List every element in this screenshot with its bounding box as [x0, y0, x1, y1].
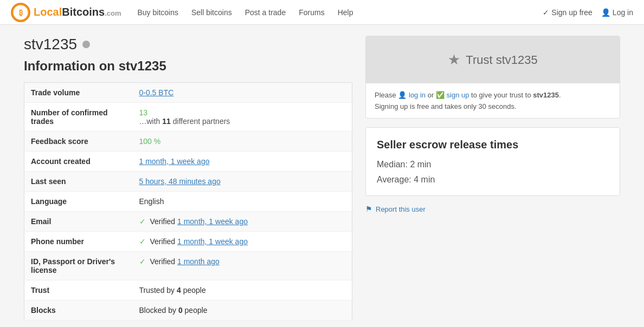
login-link-trust[interactable]: log in [409, 91, 426, 99]
language-label: Language [24, 192, 133, 212]
trade-volume-value: 0-0.5 BTC [133, 83, 352, 103]
feedback-score: 100 % [139, 137, 161, 146]
main-nav: Buy bitcoins Sell bitcoins Post a trade … [138, 8, 543, 17]
nav-help[interactable]: Help [338, 8, 353, 17]
blocks-label: Blocks [24, 300, 133, 321]
username-header: stv1235 [24, 36, 352, 53]
table-row: ID, Passport or Driver's license ✓ Verif… [24, 252, 352, 280]
escrow-title: Seller escrow release times [377, 139, 609, 151]
trust-label: Trust [24, 280, 133, 300]
free-signup-text: Signing up is free and takes only 30 sec… [375, 102, 611, 110]
id-verified: ✓ Verified 1 month ago [133, 252, 352, 280]
partners-text: …with 11 different partners [139, 117, 230, 126]
signup-check-icon: ✓ [543, 8, 549, 17]
or-text: or [428, 91, 434, 99]
trust-banner-content: ★ Trust stv1235 [377, 51, 609, 68]
report-user-label: Report this user [376, 205, 426, 213]
online-indicator [82, 41, 90, 48]
nav-forums[interactable]: Forums [299, 8, 324, 17]
phone-label: Phone number [24, 232, 133, 252]
account-created-link[interactable]: 1 month, 1 week ago [139, 157, 210, 166]
give-trust-middle: to give your trust to [471, 91, 531, 99]
report-user-link[interactable]: ⚑ Report this user [365, 205, 620, 213]
table-row: Feedback score 100 % [24, 132, 352, 152]
feedback-value: 100 % [133, 132, 352, 152]
confirmed-trades-label: Number of confirmed trades [24, 103, 133, 132]
signup-icon: ✅ [436, 91, 445, 99]
trust-value: Trusted by 4 people [133, 280, 352, 300]
table-row: Trade volume 0-0.5 BTC [24, 83, 352, 103]
nav-post-trade[interactable]: Post a trade [245, 8, 286, 17]
trade-volume-label: Trade volume [24, 83, 133, 103]
logo-text: LocalBitcoins.com [34, 6, 121, 18]
id-check-icon: ✓ [139, 257, 146, 266]
phone-date[interactable]: 1 month, 1 week ago [177, 237, 248, 246]
last-seen-label: Last seen [24, 172, 133, 192]
star-icon: ★ [448, 51, 460, 68]
feedback-label: Feedback score [24, 132, 133, 152]
blocks-value: Blocked by 0 people [133, 300, 352, 321]
signup-link[interactable]: ✓ Sign up free [543, 8, 593, 17]
escrow-median: Median: 2 min [377, 160, 609, 169]
trust-username: stv1235 [533, 91, 559, 99]
table-row: Email ✓ Verified 1 month, 1 week ago [24, 212, 352, 232]
table-row: Blocks Blocked by 0 people [24, 300, 352, 321]
flag-icon: ⚑ [365, 205, 372, 213]
main-content: stv1235 Information on stv1235 Trade vol… [13, 25, 631, 327]
login-link[interactable]: 👤 Log in [601, 8, 633, 17]
username-text: stv1235 [24, 36, 77, 53]
page-title: Information on stv1235 [24, 58, 352, 74]
signup-link-trust[interactable]: sign up [447, 91, 469, 99]
table-row: Phone number ✓ Verified 1 month, 1 week … [24, 232, 352, 252]
table-row: Last seen 5 hours, 48 minutes ago [24, 172, 352, 192]
escrow-average: Average: 4 min [377, 175, 609, 185]
trust-info: Please 👤 log in or ✅ sign up to give you… [366, 83, 620, 118]
id-label: ID, Passport or Driver's license [24, 252, 133, 280]
nav-sell-bitcoins[interactable]: Sell bitcoins [191, 8, 232, 17]
trust-banner-text: Trust stv1235 [466, 53, 537, 67]
confirmed-trades-value: 13 …with 11 different partners [133, 103, 352, 132]
logo-icon: ₿ [11, 3, 30, 22]
give-trust-prefix: Please [375, 91, 396, 99]
language-value: English [133, 192, 352, 212]
left-column: stv1235 Information on stv1235 Trade vol… [24, 36, 352, 321]
nav-buy-bitcoins[interactable]: Buy bitcoins [138, 8, 178, 17]
svg-text:₿: ₿ [19, 8, 23, 17]
email-label: Email [24, 212, 133, 232]
email-verified: ✓ Verified 1 month, 1 week ago [133, 212, 352, 232]
id-date[interactable]: 1 month ago [177, 257, 220, 266]
header: ₿ LocalBitcoins.com Buy bitcoins Sell bi… [0, 0, 644, 25]
right-column: ★ Trust stv1235 Please 👤 log in or ✅ sig… [365, 36, 620, 321]
user-icon: 👤 [601, 8, 610, 17]
last-seen-value: 5 hours, 48 minutes ago [133, 172, 352, 192]
logo[interactable]: ₿ LocalBitcoins.com [11, 3, 121, 22]
confirmed-trades-number: 13 [139, 108, 148, 117]
header-right: ✓ Sign up free 👤 Log in [543, 8, 633, 17]
table-row: Language English [24, 192, 352, 212]
trust-box: ★ Trust stv1235 Please 👤 log in or ✅ sig… [365, 36, 620, 119]
trust-banner[interactable]: ★ Trust stv1235 [366, 36, 620, 83]
table-row: Trust Trusted by 4 people [24, 280, 352, 300]
account-created-label: Account created [24, 152, 133, 172]
last-seen-link[interactable]: 5 hours, 48 minutes ago [139, 177, 221, 186]
phone-check-icon: ✓ [139, 237, 146, 246]
email-check-icon: ✓ [139, 217, 146, 226]
table-row: Number of confirmed trades 13 …with 11 d… [24, 103, 352, 132]
person-icon: 👤 [398, 91, 407, 99]
phone-verified: ✓ Verified 1 month, 1 week ago [133, 232, 352, 252]
info-table: Trade volume 0-0.5 BTC Number of confirm… [24, 82, 352, 321]
table-row: Account created 1 month, 1 week ago [24, 152, 352, 172]
trade-volume-link[interactable]: 0-0.5 BTC [139, 88, 174, 97]
email-date[interactable]: 1 month, 1 week ago [177, 217, 248, 226]
escrow-box: Seller escrow release times Median: 2 mi… [365, 127, 620, 196]
account-created-value: 1 month, 1 week ago [133, 152, 352, 172]
